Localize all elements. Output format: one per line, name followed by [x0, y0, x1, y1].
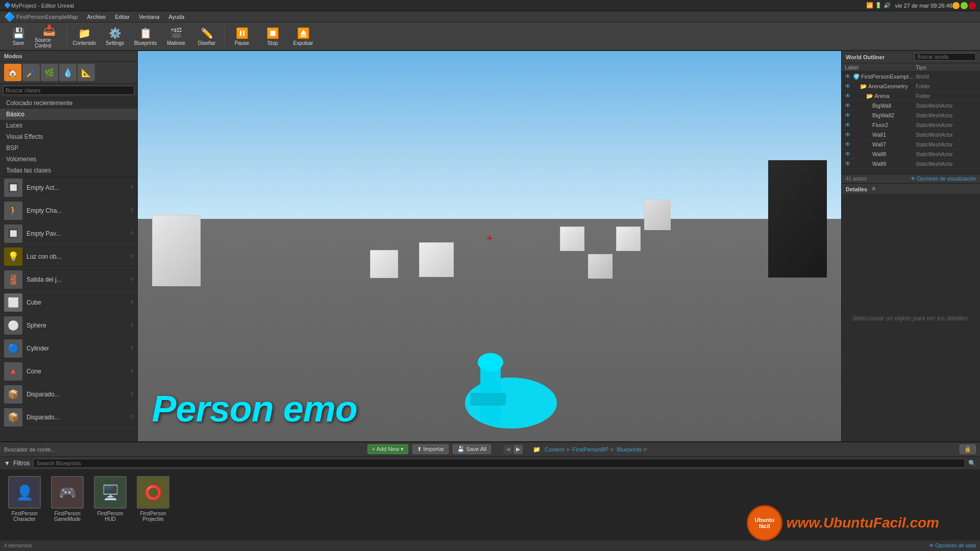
filters-label[interactable]: Filtros: [13, 460, 30, 467]
mode-paint[interactable]: 🖌️: [22, 64, 40, 81]
dark-tower: [768, 160, 827, 278]
menu-archivo[interactable]: Archivo: [83, 13, 110, 21]
outliner-item-arena-geometry[interactable]: 👁 📂 ArenaGeometry Folder: [842, 82, 980, 91]
mode-landscape[interactable]: 📐: [78, 64, 95, 81]
item-salida[interactable]: 🚪 Salida del j... ?: [0, 268, 137, 291]
outliner-item-wall1[interactable]: 👁 Wall1 StaticMeshActor: [842, 130, 980, 140]
vis-icon: 👁: [845, 73, 851, 80]
category-basic[interactable]: Básico: [0, 109, 137, 120]
item-empty-char[interactable]: 🚶 Empty Cha... ?: [0, 199, 137, 222]
stop-button[interactable]: ⏹️ Stop: [258, 23, 287, 49]
breadcrumb-firstpersonbp[interactable]: FirstPersonBP: [573, 446, 609, 453]
nav-back[interactable]: ◀: [503, 445, 512, 454]
visualization-options[interactable]: 👁 Opciones de visualización: [911, 176, 976, 182]
item-empty-actor[interactable]: 🔲 Empty Act... ?: [0, 177, 137, 199]
item-disparado1[interactable]: 📦 Disparado... ?: [0, 383, 137, 406]
pause-button[interactable]: ⏸️ Pause: [228, 23, 256, 49]
mode-geometry[interactable]: 💧: [59, 64, 77, 81]
breadcrumb-sep-3: ▶: [644, 446, 648, 453]
category-visual-effects[interactable]: Visual Effects: [0, 131, 137, 142]
outliner-item-floor2[interactable]: 👁 Floor2 StaticMeshActor: [842, 120, 980, 130]
viewport[interactable]: Person emo +: [138, 51, 841, 441]
details-panel: Detalles ✕ Seleccionar un objeto para ve…: [842, 184, 980, 441]
breadcrumb-blueprints[interactable]: Blueprints: [617, 446, 642, 453]
item-empty-pav[interactable]: 🔲 Empty Pav... ?: [0, 222, 137, 245]
item-cylinder[interactable]: 🔵 Cylinder ?: [0, 337, 137, 360]
vis-icon-3: 👁: [845, 92, 851, 99]
expulsar-button[interactable]: ⏏️ Expulsar: [289, 23, 317, 49]
menu-ayuda[interactable]: Ayuda: [164, 13, 188, 21]
content-item-gamemode[interactable]: 🎮 FirstPersonGameMode: [47, 474, 88, 524]
view-options[interactable]: 👁 Opciones de vista: [929, 543, 976, 548]
outliner-item-bigwall2[interactable]: 👁 BigWall2 StaticMeshActor: [842, 111, 980, 120]
placement-categories: Colocado recientemente Básico Luces Visu…: [0, 97, 137, 177]
blueprints-button[interactable]: 📋 Blueprints: [131, 23, 160, 49]
menu-ventana[interactable]: Ventana: [135, 13, 163, 21]
category-recently-placed[interactable]: Colocado recientemente: [0, 97, 137, 109]
outliner-item-bigwall[interactable]: 👁 BigWall StaticMeshActor: [842, 101, 980, 111]
svg-point-2: [478, 353, 503, 371]
item-cube[interactable]: ⬜ Cube ?: [0, 291, 137, 314]
nav-forward[interactable]: ▶: [513, 445, 523, 454]
menu-editar[interactable]: Editar: [111, 13, 134, 21]
save-button[interactable]: 💾 Save: [4, 23, 33, 49]
content-item-projectile[interactable]: ⭕ FirstPersonProjectile: [133, 474, 174, 524]
cube-stack-3: [616, 227, 641, 251]
details-close[interactable]: ✕: [871, 186, 876, 192]
arena-geometry-type: Folder: [916, 84, 977, 89]
lock-button[interactable]: 🔒: [960, 444, 976, 454]
item-luz[interactable]: 💡 Luz con ob... ?: [0, 245, 137, 268]
category-all-classes[interactable]: Todas las clases: [0, 165, 137, 176]
blueprints-icon: 📋: [139, 27, 152, 39]
hud-label: FirstPersonHUD: [97, 511, 123, 522]
close-button[interactable]: [969, 2, 976, 9]
class-search-input[interactable]: [3, 86, 134, 95]
wall9-label: Wall9: [872, 161, 915, 167]
item-sphere[interactable]: ⚪ Sphere ?: [0, 314, 137, 337]
breadcrumb-content[interactable]: Content: [545, 446, 565, 453]
matinee-button[interactable]: 🎬 Matinee: [162, 23, 190, 49]
category-bsp[interactable]: BSP: [0, 142, 137, 154]
wall7-label: Wall7: [872, 141, 915, 147]
minimize-button[interactable]: [952, 2, 960, 9]
mode-bar: Modos: [0, 51, 137, 62]
outliner-item-arena[interactable]: 👁 📂 Arena Folder: [842, 91, 980, 101]
content-item-hud[interactable]: 🖥️ FirstPersonHUD: [90, 474, 131, 524]
titlebar: 🔷 MyProject - Editor Unreal 📶 🔋 🔊 vie 27…: [0, 0, 980, 11]
projectile-thumb: ⭕: [137, 476, 169, 509]
content-search-input[interactable]: [33, 459, 965, 468]
item-cone[interactable]: 🔺 Cone ?: [0, 360, 137, 383]
empty-pav-icon: 🔲: [4, 224, 22, 243]
settings-button[interactable]: ⚙️ Settings: [101, 23, 129, 49]
details-title: Detalles: [846, 186, 867, 192]
help-search-input[interactable]: [915, 53, 976, 61]
category-lights[interactable]: Luces: [0, 120, 137, 131]
item-disparado2[interactable]: 📦 Disparado... ?: [0, 406, 137, 429]
disparado1-icon: 📦: [4, 385, 22, 404]
col-label-header: Label: [845, 64, 916, 70]
salida-icon: 🚪: [4, 270, 22, 289]
world-outliner: World Outliner Label Tipo 👁 🌍 FirstPerso…: [842, 51, 980, 184]
mode-place[interactable]: 🏠: [4, 64, 21, 81]
importar-button[interactable]: ⬆ Importar: [412, 444, 449, 454]
content-item-character[interactable]: 👤 FirstPersonCharacter: [4, 474, 45, 524]
outliner-item-wall8[interactable]: 👁 Wall8 StaticMeshActor: [842, 149, 980, 159]
save-all-button[interactable]: 💾 Save All: [453, 444, 491, 454]
outliner-item-wall7[interactable]: 👁 Wall7 StaticMeshActor: [842, 140, 980, 149]
source-control-button[interactable]: 📥 Source Control: [35, 23, 63, 49]
window-controls: [952, 2, 976, 9]
arena-folder-icon: 📂: [866, 93, 873, 99]
maximize-button[interactable]: [961, 2, 968, 9]
cylinder-help: ?: [130, 345, 133, 352]
nav-arrows: ◀ ▶: [503, 445, 523, 454]
outliner-item-map[interactable]: 👁 🌍 FirstPersonExampleMap World: [842, 72, 980, 82]
mode-foliage[interactable]: 🌿: [41, 64, 58, 81]
content-button[interactable]: 📁 Contenido: [70, 23, 99, 49]
svg-rect-3: [470, 393, 506, 406]
outliner-item-wall9[interactable]: 👁 Wall9 StaticMeshActor: [842, 159, 980, 169]
category-volumes[interactable]: Volúmenes: [0, 154, 137, 165]
add-new-button[interactable]: + Add New ▾: [368, 444, 409, 454]
title-text: MyProject - Editor Unreal: [11, 3, 74, 9]
disenar-button[interactable]: ✏️ Diseñar: [192, 23, 221, 49]
viewport-text-overlay: Person emo: [152, 388, 357, 430]
